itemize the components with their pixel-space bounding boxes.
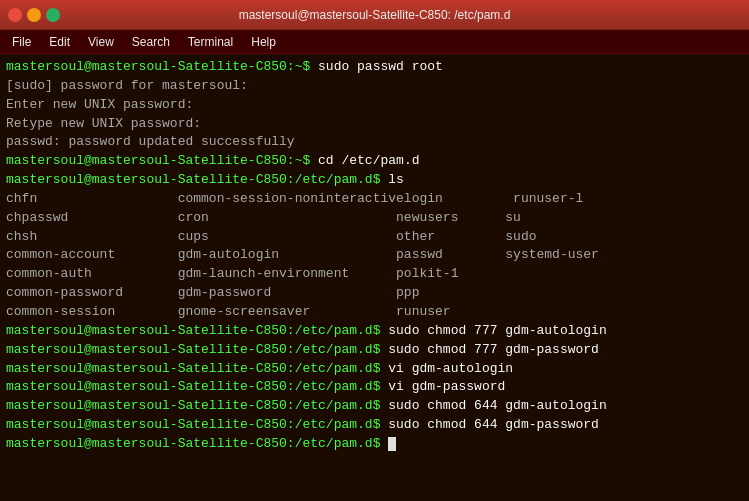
terminal-line: mastersoul@mastersoul-Satellite-C850:~$ … — [6, 152, 743, 171]
close-button[interactable] — [8, 8, 22, 22]
maximize-button[interactable] — [46, 8, 60, 22]
terminal-line: mastersoul@mastersoul-Satellite-C850:/et… — [6, 378, 743, 397]
menubar: File Edit View Search Terminal Help — [0, 30, 749, 54]
terminal-line: mastersoul@mastersoul-Satellite-C850:/et… — [6, 322, 743, 341]
terminal-line: mastersoul@mastersoul-Satellite-C850:/et… — [6, 341, 743, 360]
terminal-line: mastersoul@mastersoul-Satellite-C850:/et… — [6, 435, 743, 454]
terminal-line: [sudo] password for mastersoul: — [6, 77, 743, 96]
terminal-line: passwd: password updated successfully — [6, 133, 743, 152]
ls-row: chpasswd cron newusers su — [6, 209, 743, 228]
menu-edit[interactable]: Edit — [41, 33, 78, 51]
window-title: mastersoul@mastersoul-Satellite-C850: /e… — [68, 8, 681, 22]
terminal-line: mastersoul@mastersoul-Satellite-C850:~$ … — [6, 58, 743, 77]
ls-row: common-session gnome-screensaver runuser — [6, 303, 743, 322]
menu-file[interactable]: File — [4, 33, 39, 51]
terminal-line: mastersoul@mastersoul-Satellite-C850:/et… — [6, 171, 743, 190]
terminal-line: mastersoul@mastersoul-Satellite-C850:/et… — [6, 416, 743, 435]
menu-view[interactable]: View — [80, 33, 122, 51]
ls-row: common-account gdm-autologin passwd syst… — [6, 246, 743, 265]
ls-row: common-password gdm-password ppp — [6, 284, 743, 303]
terminal-cursor — [388, 437, 396, 451]
terminal-line: Enter new UNIX password: — [6, 96, 743, 115]
menu-help[interactable]: Help — [243, 33, 284, 51]
terminal-window[interactable]: mastersoul@mastersoul-Satellite-C850:~$ … — [0, 54, 749, 501]
ls-row: common-auth gdm-launch-environment polki… — [6, 265, 743, 284]
menu-terminal[interactable]: Terminal — [180, 33, 241, 51]
titlebar: mastersoul@mastersoul-Satellite-C850: /e… — [0, 0, 749, 30]
terminal-line: mastersoul@mastersoul-Satellite-C850:/et… — [6, 360, 743, 379]
ls-row: chfn common-session-noninteractivelogin … — [6, 190, 743, 209]
ls-row: chsh cups other sudo — [6, 228, 743, 247]
terminal-line: Retype new UNIX password: — [6, 115, 743, 134]
titlebar-buttons[interactable] — [8, 8, 68, 22]
minimize-button[interactable] — [27, 8, 41, 22]
menu-search[interactable]: Search — [124, 33, 178, 51]
terminal-line: mastersoul@mastersoul-Satellite-C850:/et… — [6, 397, 743, 416]
